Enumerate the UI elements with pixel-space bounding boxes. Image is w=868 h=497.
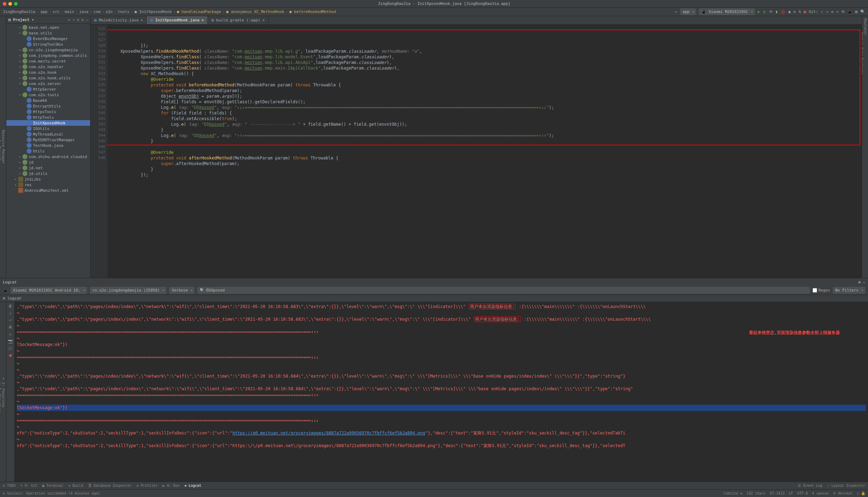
editor-tab[interactable]: build.gradle (:app)×: [208, 16, 269, 24]
code-line[interactable]: Field[] fields = envntObj.getClass().get…: [110, 99, 859, 105]
tree-item[interactable]: MyX509TrustManager: [6, 137, 90, 143]
log-line[interactable]: ↪: [17, 335, 866, 341]
logcat-device-dropdown[interactable]: Xiaomi M2010J19SC Android 10,: [11, 287, 87, 294]
footer-tab-right[interactable]: ☰ Event Log: [798, 484, 822, 488]
code-line[interactable]: });: [110, 43, 859, 48]
tree-item[interactable]: Utils: [6, 148, 90, 154]
log-line[interactable]: ,"type\":\"code\",\"path\":\"pages\/inde…: [17, 386, 866, 392]
breadcrumb-item[interactable]: main: [65, 9, 74, 14]
tree-item[interactable]: ▸cn.o2o.jingdongdaojia: [6, 47, 90, 53]
log-line[interactable]: ========================================…: [17, 392, 866, 398]
tree-item[interactable]: TestHook.java: [6, 143, 90, 148]
tree-item[interactable]: ▸base.net.open: [6, 25, 90, 30]
screenshot-icon[interactable]: 📷: [8, 339, 13, 344]
attach-icon[interactable]: ↯: [799, 9, 801, 14]
log-line[interactable]: ========================================…: [17, 354, 866, 360]
logcat-filter-dropdown[interactable]: No Filters: [833, 287, 865, 294]
code-line[interactable]: }: [110, 138, 859, 144]
editor-body[interactable]: 5255265275285295305315325335345355365375…: [91, 25, 862, 278]
favorites-tab[interactable]: ★ 2: Favorites: [1, 304, 5, 479]
status-item[interactable]: ⌂ 🔒: [857, 491, 865, 495]
code-line[interactable]: Object envntObj = param.args[0];: [110, 93, 859, 99]
line-number[interactable]: 530: [91, 54, 105, 60]
editor-tabs[interactable]: MainActivity.java×InitXposedHook.java×bu…: [91, 16, 862, 25]
line-number[interactable]: 538: [91, 99, 105, 105]
footer-tab[interactable]: ⚒ Build: [68, 484, 83, 488]
tree-arrow-icon[interactable]: ▸: [19, 54, 22, 57]
debug-icon[interactable]: 🐞: [781, 9, 786, 14]
clear-log-icon[interactable]: 🗑: [8, 303, 13, 308]
search-icon[interactable]: 🔍: [860, 9, 865, 14]
tree-arrow-icon[interactable]: ▾: [19, 93, 22, 97]
tree-item[interactable]: ▸jd: [6, 159, 90, 165]
line-number[interactable]: 533: [91, 71, 105, 77]
maximize-icon[interactable]: [14, 2, 18, 6]
code-line[interactable]: Log.e( tag: "EDXposed", msg: "↑↑↑=======…: [110, 133, 859, 138]
terminate-icon[interactable]: ■: [8, 353, 13, 358]
log-line[interactable]: ↪: [17, 379, 866, 386]
line-number[interactable]: 540: [91, 110, 105, 116]
footer-tab-right[interactable]: ⬚ Layout Inspector: [827, 484, 865, 488]
tree-item[interactable]: ▾base.utils: [6, 30, 90, 36]
apply-changes-icon[interactable]: ⟳: [769, 9, 773, 14]
line-number[interactable]: 539: [91, 105, 105, 110]
code-line[interactable]: protected void beforeHookedMethod(Method…: [110, 82, 859, 88]
line-number[interactable]: 535: [91, 82, 105, 88]
tree-item[interactable]: StringToolBox: [6, 41, 90, 47]
tree-arrow-icon[interactable]: ▸: [19, 26, 22, 29]
sdk-icon[interactable]: ▤: [855, 9, 857, 14]
close-icon[interactable]: [3, 2, 6, 6]
log-line[interactable]: nfo":{"noticeType":2,"skuStatus":2,"seck…: [17, 443, 866, 449]
log-line[interactable]: ↪: [17, 436, 866, 443]
tree-arrow-icon[interactable]: ▸: [19, 155, 22, 158]
collapse-all-icon[interactable]: ⊟: [77, 18, 79, 22]
line-number[interactable]: 546: [91, 144, 105, 150]
tree-arrow-icon[interactable]: ▸: [19, 48, 22, 52]
avd-icon[interactable]: 📱: [847, 9, 852, 14]
tree-item[interactable]: Base64: [6, 98, 90, 103]
footer-tab[interactable]: ⌥ 9: Git: [20, 484, 37, 488]
run-icon[interactable]: ▶: [758, 9, 760, 14]
logcat-tab[interactable]: ≡ logcat: [3, 296, 21, 301]
log-line[interactable]: lSocketMessage:ok"}): [17, 405, 866, 411]
stop-icon[interactable]: ▮: [775, 9, 778, 14]
line-number[interactable]: 543: [91, 127, 105, 133]
tree-arrow-icon[interactable]: ▸: [19, 59, 22, 63]
footer-tab[interactable]: ≡ Logcat: [184, 484, 201, 488]
settings-icon[interactable]: ⚙: [81, 18, 84, 22]
close-tab-icon[interactable]: ×: [263, 18, 265, 22]
tree-item[interactable]: HttpsTools: [6, 109, 90, 115]
line-number[interactable]: 532: [91, 65, 105, 71]
code-editor[interactable]: }); XposedHelpers.findAndHookMethod( cla…: [107, 25, 862, 278]
code-line[interactable]: for (Field field : fields) {: [110, 110, 859, 116]
tree-item[interactable]: ▸com.o2o.hook.utils: [6, 75, 90, 81]
status-item[interactable]: tabnine ⊙: [723, 491, 742, 495]
log-line[interactable]: ↪: [17, 310, 866, 316]
tree-item[interactable]: ▸com.meitu.secret: [6, 58, 90, 64]
tree-item[interactable]: IOUtils: [6, 126, 90, 131]
line-number[interactable]: 545: [91, 138, 105, 144]
tree-item[interactable]: EncryptUtils: [6, 103, 90, 109]
hide-icon[interactable]: —: [86, 18, 88, 22]
line-number[interactable]: 537: [91, 93, 105, 99]
code-line[interactable]: }: [110, 127, 859, 133]
line-gutter[interactable]: 5255265275285295305315325335345355365375…: [91, 25, 107, 278]
sync-icon[interactable]: ⟲: [841, 9, 844, 14]
tree-arrow-icon[interactable]: ▸: [19, 161, 22, 164]
logcat-hide-icon[interactable]: —: [863, 280, 865, 285]
log-line[interactable]: ↪: [17, 424, 866, 430]
expand-all-icon[interactable]: ÷: [73, 18, 75, 22]
structure-tab[interactable]: ⬚ 7: Structure: [0, 315, 1, 479]
status-item[interactable]: ⚲ devreal: [833, 491, 853, 495]
code-line[interactable]: XposedHelpers.findAndHookMethod( classNa…: [110, 48, 859, 54]
line-number[interactable]: 536: [91, 88, 105, 93]
tree-item[interactable]: ▾com.o2o.tools: [6, 92, 90, 98]
code-line[interactable]: XposedHelpers.findClass( className: "com…: [110, 54, 859, 60]
left-lower-toolwindow-bar[interactable]: ★ 2: Favorites ⬚ 7: Structure Build Vari…: [0, 302, 6, 482]
tree-item[interactable]: AndroidManifest.xml: [6, 188, 90, 193]
select-opened-icon[interactable]: ⊙: [68, 18, 71, 22]
footer-tab[interactable]: ≡ TODO: [3, 484, 15, 488]
print-icon[interactable]: 🖶: [8, 325, 13, 329]
restart-icon[interactable]: ↻: [8, 332, 13, 336]
tree-item[interactable]: ▸res: [6, 182, 90, 188]
